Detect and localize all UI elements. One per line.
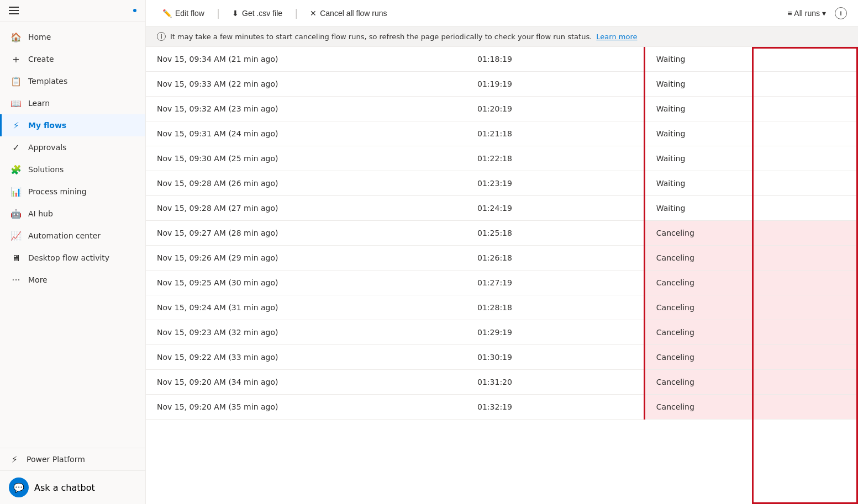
run-time: Nov 15, 09:28 AM (27 min ago): [146, 196, 466, 221]
flow-runs-table-container: Nov 15, 09:34 AM (21 min ago) 01:18:19 W…: [146, 47, 858, 504]
run-status: Canceling: [644, 395, 858, 420]
run-duration: 01:29:19: [466, 320, 644, 345]
run-duration: 01:26:18: [466, 246, 644, 270]
sidebar-item-process-mining[interactable]: 📊 Process mining: [0, 181, 145, 203]
my-flows-icon: ⚡: [10, 120, 22, 131]
sidebar-item-automation-center[interactable]: 📈 Automation center: [0, 225, 145, 247]
run-status: Waiting: [644, 97, 858, 121]
sidebar-item-my-flows[interactable]: ⚡ My flows: [0, 114, 145, 136]
table-row[interactable]: Nov 15, 09:20 AM (34 min ago) 01:31:20 C…: [146, 370, 858, 395]
table-row[interactable]: Nov 15, 09:27 AM (28 min ago) 01:25:18 C…: [146, 221, 858, 246]
table-row[interactable]: Nov 15, 09:34 AM (21 min ago) 01:18:19 W…: [146, 47, 858, 72]
sidebar: 🏠 Home + Create 📋 Templates 📖 Learn ⚡ My…: [0, 0, 146, 504]
nav-items: 🏠 Home + Create 📋 Templates 📖 Learn ⚡ My…: [0, 22, 145, 448]
table-row[interactable]: Nov 15, 09:30 AM (25 min ago) 01:22:18 W…: [146, 146, 858, 171]
run-time: Nov 15, 09:30 AM (25 min ago): [146, 146, 466, 171]
table-row[interactable]: Nov 15, 09:33 AM (22 min ago) 01:19:19 W…: [146, 72, 858, 97]
sidebar-item-home[interactable]: 🏠 Home: [0, 26, 145, 48]
run-time: Nov 15, 09:24 AM (31 min ago): [146, 295, 466, 320]
sidebar-item-label-desktop-flow-activity: Desktop flow activity: [28, 253, 109, 262]
run-status: Waiting: [644, 72, 858, 97]
run-duration: 01:23:19: [466, 171, 644, 196]
separator-1: |: [217, 7, 220, 19]
sidebar-item-solutions[interactable]: 🧩 Solutions: [0, 158, 145, 181]
table-row[interactable]: Nov 15, 09:31 AM (24 min ago) 01:21:18 W…: [146, 121, 858, 146]
table-row[interactable]: Nov 15, 09:20 AM (35 min ago) 01:32:19 C…: [146, 395, 858, 420]
cancel-all-button[interactable]: ✕ Cancel all flow runs: [304, 6, 392, 21]
edit-flow-label: Edit flow: [175, 9, 204, 18]
table-row[interactable]: Nov 15, 09:25 AM (30 min ago) 01:27:19 C…: [146, 270, 858, 295]
run-status: Canceling: [644, 246, 858, 270]
run-time: Nov 15, 09:33 AM (22 min ago): [146, 72, 466, 97]
run-time: Nov 15, 09:23 AM (32 min ago): [146, 320, 466, 345]
run-duration: 01:22:18: [466, 146, 644, 171]
sidebar-item-label-process-mining: Process mining: [28, 187, 87, 196]
run-time: Nov 15, 09:32 AM (23 min ago): [146, 97, 466, 121]
run-time: Nov 15, 09:28 AM (26 min ago): [146, 171, 466, 196]
sidebar-item-desktop-flow-activity[interactable]: 🖥 Desktop flow activity: [0, 247, 145, 269]
cancel-icon: ✕: [310, 9, 317, 18]
table-row[interactable]: Nov 15, 09:26 AM (29 min ago) 01:26:18 C…: [146, 246, 858, 270]
run-duration: 01:31:20: [466, 370, 644, 395]
sidebar-item-create[interactable]: + Create: [0, 48, 145, 70]
sidebar-item-label-templates: Templates: [28, 77, 67, 86]
run-status: Canceling: [644, 295, 858, 320]
automation-center-icon: 📈: [10, 230, 22, 241]
chevron-down-icon: ▾: [822, 9, 826, 18]
edit-flow-button[interactable]: ✏️ Edit flow: [157, 6, 210, 21]
run-duration: 01:19:19: [466, 72, 644, 97]
sidebar-item-more[interactable]: ··· More: [0, 269, 145, 291]
run-status: Canceling: [644, 221, 858, 246]
run-status: Waiting: [644, 146, 858, 171]
learn-more-link[interactable]: Learn more: [596, 33, 637, 41]
sidebar-item-label-approvals: Approvals: [28, 143, 66, 152]
sidebar-item-ai-hub[interactable]: 🤖 AI hub: [0, 203, 145, 225]
approvals-icon: ✓: [10, 142, 22, 153]
table-row[interactable]: Nov 15, 09:24 AM (31 min ago) 01:28:18 C…: [146, 295, 858, 320]
edit-icon: ✏️: [162, 9, 172, 18]
sidebar-dot: [133, 9, 136, 12]
all-runs-label: All runs: [794, 9, 820, 18]
table-row[interactable]: Nov 15, 09:28 AM (26 min ago) 01:23:19 W…: [146, 171, 858, 196]
run-duration: 01:21:18: [466, 121, 644, 146]
run-time: Nov 15, 09:25 AM (30 min ago): [146, 270, 466, 295]
sidebar-item-label-my-flows: My flows: [28, 121, 66, 130]
run-time: Nov 15, 09:34 AM (21 min ago): [146, 47, 466, 72]
sidebar-item-power-platform[interactable]: ⚡ Power Platform: [0, 448, 145, 470]
hamburger-icon[interactable]: [9, 7, 19, 14]
run-status: Canceling: [644, 320, 858, 345]
sidebar-item-label-learn: Learn: [28, 99, 50, 108]
toolbar: ✏️ Edit flow | ⬇ Get .csv file | ✕ Cance…: [146, 0, 858, 26]
info-button[interactable]: i: [835, 7, 847, 19]
run-duration: 01:24:19: [466, 196, 644, 221]
filter-icon: ≡: [787, 9, 792, 18]
run-status: Waiting: [644, 47, 858, 72]
run-time: Nov 15, 09:20 AM (34 min ago): [146, 370, 466, 395]
sidebar-item-learn[interactable]: 📖 Learn: [0, 92, 145, 114]
separator-2: |: [294, 7, 298, 19]
table-row[interactable]: Nov 15, 09:32 AM (23 min ago) 01:20:19 W…: [146, 97, 858, 121]
power-platform-icon: ⚡: [9, 454, 20, 465]
toolbar-right: ≡ All runs ▾ i: [783, 7, 847, 20]
chatbot-button[interactable]: 💬 Ask a chatbot: [9, 478, 136, 497]
table-row[interactable]: Nov 15, 09:22 AM (33 min ago) 01:30:19 C…: [146, 345, 858, 370]
run-status: Canceling: [644, 370, 858, 395]
sidebar-item-templates[interactable]: 📋 Templates: [0, 70, 145, 92]
get-csv-button[interactable]: ⬇ Get .csv file: [227, 6, 288, 21]
run-status: Canceling: [644, 270, 858, 295]
run-time: Nov 15, 09:20 AM (35 min ago): [146, 395, 466, 420]
run-duration: 01:28:18: [466, 295, 644, 320]
table-row[interactable]: Nov 15, 09:23 AM (32 min ago) 01:29:19 C…: [146, 320, 858, 345]
run-status: Canceling: [644, 345, 858, 370]
main-content: ✏️ Edit flow | ⬇ Get .csv file | ✕ Cance…: [146, 0, 858, 504]
run-status: Waiting: [644, 121, 858, 146]
table-row[interactable]: Nov 15, 09:28 AM (27 min ago) 01:24:19 W…: [146, 196, 858, 221]
all-runs-button[interactable]: ≡ All runs ▾: [783, 7, 830, 20]
sidebar-item-label-more: More: [28, 275, 48, 284]
run-time: Nov 15, 09:31 AM (24 min ago): [146, 121, 466, 146]
run-duration: 01:27:19: [466, 270, 644, 295]
sidebar-item-approvals[interactable]: ✓ Approvals: [0, 136, 145, 158]
run-status: Waiting: [644, 171, 858, 196]
create-icon: +: [10, 54, 22, 65]
templates-icon: 📋: [10, 76, 22, 87]
